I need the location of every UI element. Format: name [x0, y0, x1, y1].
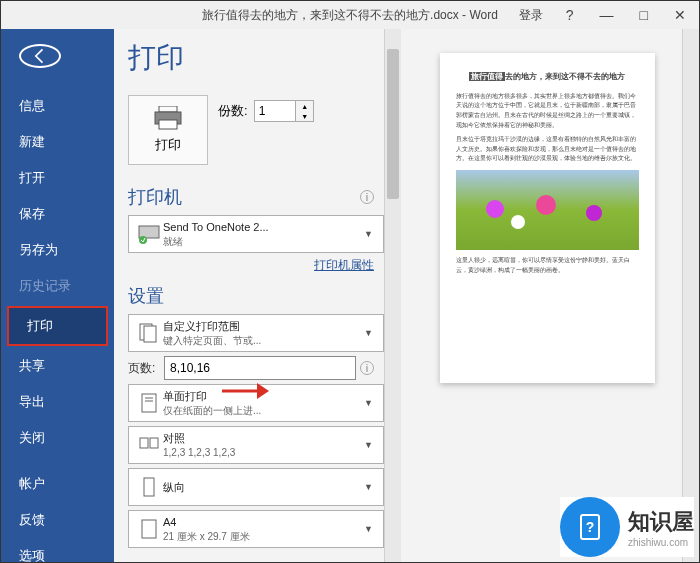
chevron-down-icon: ▼: [360, 328, 377, 338]
svg-rect-12: [144, 478, 154, 496]
sidebar-item-export[interactable]: 导出: [1, 384, 114, 420]
printer-dropdown[interactable]: Send To OneNote 2... 就绪 ▼: [128, 215, 384, 253]
print-button-label: 打印: [155, 136, 181, 154]
sidebar-item-account[interactable]: 帐户: [1, 466, 114, 502]
printer-status: 就绪: [163, 235, 360, 248]
close-window-button[interactable]: ✕: [671, 7, 689, 23]
page-title: 打印: [128, 39, 384, 77]
watermark-logo: ? 知识屋 zhishiwu.com: [560, 497, 694, 557]
sidebar-item-history: 历史记录: [1, 268, 114, 304]
chevron-down-icon: ▼: [360, 524, 377, 534]
paper-primary: A4: [163, 515, 360, 529]
sidebar-item-info[interactable]: 信息: [1, 88, 114, 124]
preview-paragraph: 这里人很少，远离喧嚣，你可以尽情享受这份宁静和美好。蓝天白云，黄沙绿洲，构成了一…: [456, 256, 639, 275]
printer-name: Send To OneNote 2...: [163, 220, 360, 234]
backstage-sidebar: 信息 新建 打开 保存 另存为 历史记录 打印 共享 导出 关闭 帐户 反馈 选…: [1, 29, 114, 563]
annotation-arrow-icon: [217, 379, 277, 403]
svg-rect-10: [140, 438, 148, 448]
collate-dropdown[interactable]: 对照 1,2,3 1,2,3 1,2,3 ▼: [128, 426, 384, 464]
orientation-dropdown[interactable]: 纵向 ▼: [128, 468, 384, 506]
svg-rect-0: [159, 106, 177, 112]
pages-input[interactable]: [164, 356, 356, 380]
print-settings-panel: 打印 打印 份数: ▲ ▼: [114, 29, 384, 563]
chevron-down-icon: ▼: [360, 229, 377, 239]
printer-info-icon[interactable]: i: [360, 190, 374, 204]
copies-spinner[interactable]: ▲ ▼: [254, 100, 314, 122]
printer-properties-link[interactable]: 打印机属性: [314, 258, 374, 272]
settings-scrollbar[interactable]: [384, 29, 401, 563]
pages-label: 页数:: [128, 360, 160, 377]
preview-paragraph: 旅行值得去的地方很多很多，其实世界上很多地方都值得去。我们今天说的这个地方位于中…: [456, 92, 639, 130]
print-preview: 旅行值得去的地方，来到这不得不去的地方 旅行值得去的地方很多很多，其实世界上很多…: [401, 29, 699, 563]
help-button[interactable]: ?: [563, 7, 577, 23]
logo-text-cn: 知识屋: [628, 507, 694, 537]
side-secondary: 仅在纸面的一侧上进...: [163, 404, 360, 417]
pages-icon: [135, 322, 163, 344]
printer-status-icon: [135, 223, 163, 245]
paper-icon: [135, 518, 163, 540]
pages-info-icon[interactable]: i: [360, 361, 374, 375]
sidebar-item-close[interactable]: 关闭: [1, 420, 114, 456]
minimize-button[interactable]: —: [597, 7, 617, 23]
copies-up-button[interactable]: ▲: [296, 101, 314, 111]
preview-image: [456, 170, 639, 250]
copies-label: 份数:: [218, 102, 248, 120]
range-secondary: 键入特定页面、节或...: [163, 334, 360, 347]
svg-rect-2: [159, 120, 177, 129]
preview-page: 旅行值得去的地方，来到这不得不去的地方 旅行值得去的地方很多很多，其实世界上很多…: [440, 53, 655, 383]
titlebar: 旅行值得去的地方，来到这不得不去的地方.docx - Word 登录 ? — □…: [1, 1, 699, 29]
svg-text:?: ?: [586, 519, 595, 535]
printer-icon: [153, 106, 183, 130]
svg-rect-11: [150, 438, 158, 448]
single-side-icon: [135, 392, 163, 414]
copies-down-button[interactable]: ▼: [296, 111, 314, 121]
login-link[interactable]: 登录: [519, 7, 543, 24]
sidebar-item-feedback[interactable]: 反馈: [1, 502, 114, 538]
maximize-button[interactable]: □: [637, 7, 651, 23]
sidebar-item-print[interactable]: 打印: [9, 308, 106, 344]
preview-doc-title: 旅行值得去的地方，来到这不得不去的地方: [456, 71, 639, 84]
chevron-down-icon: ▼: [360, 440, 377, 450]
back-button[interactable]: [19, 44, 61, 68]
svg-rect-13: [142, 520, 156, 538]
sidebar-item-save[interactable]: 保存: [1, 196, 114, 232]
preview-paragraph: 且末位于塔克拉玛干沙漠的边缘，这里有着独特的自然风光和丰富的人文历史。如果你喜欢…: [456, 135, 639, 164]
sidebar-item-options[interactable]: 选项: [1, 538, 114, 563]
preview-scrollbar[interactable]: [682, 29, 699, 563]
print-range-dropdown[interactable]: 自定义打印范围 键入特定页面、节或... ▼: [128, 314, 384, 352]
sidebar-item-open[interactable]: 打开: [1, 160, 114, 196]
copies-input[interactable]: [255, 101, 295, 121]
arrow-left-icon: [30, 46, 50, 66]
paper-secondary: 21 厘米 x 29.7 厘米: [163, 530, 360, 543]
range-primary: 自定义打印范围: [163, 319, 360, 333]
paper-size-dropdown[interactable]: A4 21 厘米 x 29.7 厘米 ▼: [128, 510, 384, 548]
portrait-icon: [135, 476, 163, 498]
printer-section-header: 打印机: [128, 185, 182, 209]
collate-primary: 对照: [163, 431, 360, 445]
logo-text-url: zhishiwu.com: [628, 537, 694, 548]
collate-secondary: 1,2,3 1,2,3 1,2,3: [163, 446, 360, 459]
orientation-primary: 纵向: [163, 480, 360, 494]
sidebar-item-share[interactable]: 共享: [1, 348, 114, 384]
print-button[interactable]: 打印: [128, 95, 208, 165]
logo-icon: ?: [560, 497, 620, 557]
document-title: 旅行值得去的地方，来到这不得不去的地方.docx - Word: [202, 7, 498, 24]
svg-point-4: [139, 236, 147, 244]
settings-section-header: 设置: [128, 284, 164, 308]
collate-icon: [135, 434, 163, 456]
svg-rect-6: [144, 326, 156, 342]
sidebar-item-saveas[interactable]: 另存为: [1, 232, 114, 268]
svg-rect-7: [142, 394, 156, 412]
chevron-down-icon: ▼: [360, 398, 377, 408]
sidebar-item-new[interactable]: 新建: [1, 124, 114, 160]
chevron-down-icon: ▼: [360, 482, 377, 492]
scrollbar-thumb[interactable]: [387, 49, 399, 199]
